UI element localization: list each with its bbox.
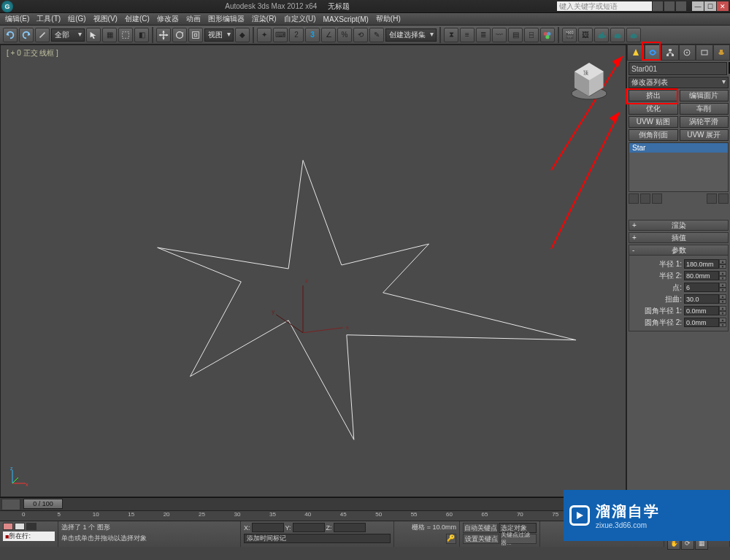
remove-modifier-button[interactable] xyxy=(707,193,717,204)
set-key-button[interactable]: 设置关键点 xyxy=(463,534,499,544)
rollout-parameters[interactable]: -参数 xyxy=(629,245,729,256)
mod-extrude-button[interactable]: 挤出 xyxy=(629,90,678,101)
mod-uvw-unwrap-button[interactable]: UVW 展开 xyxy=(680,129,729,141)
manipulate-button[interactable]: ✦ xyxy=(257,28,272,42)
keyboard-shortcut-button[interactable]: ⌨ xyxy=(273,28,288,42)
spinner-snap-button[interactable]: ⟲ xyxy=(353,28,368,42)
layers-button[interactable]: ≣ xyxy=(476,28,491,42)
snap-3d-button[interactable]: 3 xyxy=(305,28,320,42)
view-cube[interactable]: 顶 xyxy=(567,58,611,102)
menu-tools[interactable]: 工具(T) xyxy=(33,13,64,26)
edit-named-sel-button[interactable]: ✎ xyxy=(369,28,384,42)
mod-bevel-profile-button[interactable]: 倒角剖面 xyxy=(629,129,678,141)
link-button[interactable] xyxy=(35,28,50,42)
signin-icon[interactable] xyxy=(676,1,686,11)
tab-create[interactable] xyxy=(627,45,645,61)
mirror-button[interactable]: ⧗ xyxy=(444,28,458,42)
percent-snap-button[interactable]: % xyxy=(337,28,352,42)
field-distortion[interactable]: 30.0 xyxy=(684,294,719,304)
snap-2d-button[interactable]: 2 xyxy=(289,28,304,42)
rotate-button[interactable] xyxy=(172,28,187,42)
tab-display[interactable] xyxy=(696,45,713,61)
minimize-button[interactable]: — xyxy=(692,1,704,11)
tab-motion[interactable] xyxy=(679,45,696,61)
time-slider-handle[interactable]: 0 / 100 xyxy=(23,499,63,509)
angle-snap-button[interactable]: ∠ xyxy=(321,28,336,42)
key-color-2[interactable] xyxy=(15,523,25,530)
spin-fillet1[interactable]: ▲▼ xyxy=(719,306,726,315)
spin-radius1[interactable]: ▲▼ xyxy=(719,259,726,269)
coord-y-field[interactable] xyxy=(293,523,325,532)
selection-filter-combo[interactable]: 全部 xyxy=(51,28,85,42)
add-time-tag[interactable]: 添加时间标记 xyxy=(244,534,391,543)
dope-sheet-button[interactable]: ▤ xyxy=(508,28,523,42)
mod-uvw-map-button[interactable]: UVW 贴图 xyxy=(629,116,678,128)
show-end-result-button[interactable] xyxy=(640,193,650,204)
scale-button[interactable] xyxy=(188,28,203,42)
stack-entry-star[interactable]: Star xyxy=(629,143,728,153)
ref-coord-combo[interactable]: 视图 xyxy=(204,28,234,42)
pin-stack-button[interactable] xyxy=(629,193,639,204)
selection-lock-button[interactable]: 🔑 xyxy=(446,534,456,544)
select-by-name-button[interactable]: ▦ xyxy=(102,28,117,42)
auto-key-button[interactable]: 自动关键点 xyxy=(463,523,498,533)
rollout-interpolation[interactable]: +插值 xyxy=(629,232,729,243)
search-input[interactable]: 键入关键字或短语 xyxy=(557,1,652,11)
render-frame-button[interactable]: 🖼 xyxy=(578,28,593,42)
render-production-button[interactable] xyxy=(594,28,609,42)
spin-points[interactable]: ▲▼ xyxy=(719,283,726,292)
menu-edit[interactable]: 编辑(E) xyxy=(1,13,33,26)
render-iterative-button[interactable] xyxy=(610,28,625,42)
menu-modifiers[interactable]: 修改器 xyxy=(153,13,182,26)
render-activeshade-button[interactable] xyxy=(626,28,641,42)
maximize-button[interactable]: ☐ xyxy=(704,1,716,11)
tab-utilities[interactable] xyxy=(713,45,731,61)
spin-distortion[interactable]: ▲▼ xyxy=(719,294,726,304)
named-selection-combo[interactable]: 创建选择集 xyxy=(385,28,437,42)
spin-fillet2[interactable]: ▲▼ xyxy=(719,318,726,327)
tab-modify[interactable] xyxy=(645,45,662,61)
field-fillet2[interactable]: 0.0mm xyxy=(684,318,719,327)
modifier-stack[interactable]: Star xyxy=(629,142,729,192)
window-crossing-button[interactable]: ◧ xyxy=(134,28,149,42)
close-button[interactable]: ✕ xyxy=(717,1,729,11)
time-slider-left-button[interactable] xyxy=(1,499,20,510)
rollout-render[interactable]: +渲染 xyxy=(629,220,729,231)
key-filters-button[interactable]: 关键点过滤器... xyxy=(500,534,537,544)
mod-turbosmooth-button[interactable]: 涡轮平滑 xyxy=(680,116,729,128)
key-color-3[interactable] xyxy=(26,523,36,530)
menu-maxscript[interactable]: MAXScript(M) xyxy=(320,13,372,26)
curve-editor-button[interactable]: 〰 xyxy=(492,28,507,42)
pivot-button[interactable]: ◆ xyxy=(235,28,250,42)
menu-rendering[interactable]: 渲染(R) xyxy=(248,13,280,26)
field-radius1[interactable]: 180.0mm xyxy=(684,259,719,269)
menu-help[interactable]: 帮助(H) xyxy=(372,13,404,26)
field-fillet1[interactable]: 0.0mm xyxy=(684,306,719,315)
tab-hierarchy[interactable] xyxy=(661,45,679,61)
mod-optimize-button[interactable]: 优化 xyxy=(629,103,678,115)
location-line-field[interactable]: ■所在行: xyxy=(3,532,55,541)
configure-sets-button[interactable] xyxy=(718,193,729,204)
coord-x-field[interactable] xyxy=(252,523,284,532)
object-name-input[interactable] xyxy=(629,62,727,75)
app-logo[interactable]: G xyxy=(1,1,13,12)
favorites-icon[interactable] xyxy=(664,1,675,11)
material-editor-button[interactable] xyxy=(540,28,555,42)
schematic-view-button[interactable]: ⌸ xyxy=(524,28,539,42)
coord-z-field[interactable] xyxy=(334,523,366,532)
redo-button[interactable] xyxy=(19,28,34,42)
menu-views[interactable]: 视图(V) xyxy=(90,13,121,26)
menu-customize[interactable]: 自定义(U) xyxy=(280,13,320,26)
select-object-button[interactable] xyxy=(86,28,101,42)
menu-group[interactable]: 组(G) xyxy=(64,13,89,26)
viewport[interactable]: [ + 0 正交 线框 ] z x y 顶 zx xyxy=(0,45,626,497)
field-points[interactable]: 6 xyxy=(684,283,719,292)
render-setup-button[interactable]: 🎬 xyxy=(562,28,577,42)
menu-animation[interactable]: 动画 xyxy=(182,13,204,26)
rectangular-selection-button[interactable] xyxy=(118,28,133,42)
make-unique-button[interactable] xyxy=(652,193,662,204)
key-color-1[interactable] xyxy=(3,523,13,530)
align-button[interactable]: ≡ xyxy=(460,28,474,42)
undo-button[interactable] xyxy=(3,28,18,42)
menu-graph-editors[interactable]: 图形编辑器 xyxy=(204,13,248,26)
